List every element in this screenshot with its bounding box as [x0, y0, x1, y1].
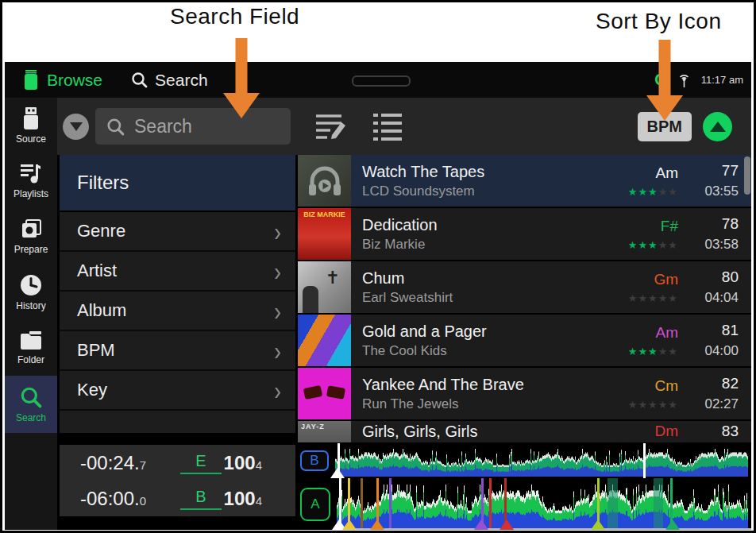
cue-marker-line	[361, 478, 363, 528]
star-icon: ★	[638, 186, 648, 198]
sidebar-item-search[interactable]: Search	[5, 376, 57, 433]
star-icon: ★	[648, 239, 658, 251]
cue-marker-triangle	[665, 519, 680, 530]
deck-b-overlay[interactable]	[335, 443, 751, 478]
track-title: Yankee And The Brave	[362, 376, 592, 394]
headphones-play-icon	[307, 165, 342, 197]
chevron-right-icon: ›	[274, 218, 281, 245]
deck-a-badge[interactable]: A	[300, 488, 330, 521]
track-list-scrollbar[interactable]	[744, 156, 750, 442]
star-icon: ★	[648, 292, 658, 304]
star-icon: ★	[658, 186, 669, 198]
track-duration: 02:27	[704, 396, 739, 412]
star-icon: ★	[638, 292, 648, 304]
filters-header[interactable]: Filters	[60, 155, 295, 212]
filter-key[interactable]: Key›	[60, 371, 295, 411]
cue-marker-triangle	[370, 519, 384, 530]
table-row[interactable]: JAY-Z Girls, Girls, Girls Dm 83	[298, 421, 751, 442]
deck-a-wave-row: A	[295, 478, 751, 530]
table-row[interactable]: BIZ MARKIE Dedication Biz Markie F# ★★★★…	[298, 208, 751, 260]
collapse-button[interactable]	[63, 114, 89, 140]
drag-handle-pill[interactable]	[352, 75, 411, 87]
deck-a-bpm: 1004	[224, 488, 262, 510]
track-duration: 03:55	[704, 183, 739, 199]
deck-a-key: B	[180, 488, 222, 510]
deck-b-badge[interactable]: B	[300, 450, 329, 471]
track-key: Am	[656, 324, 679, 342]
chevron-right-icon: ›	[274, 257, 281, 284]
scrollbar-handle[interactable]	[744, 156, 750, 195]
deck-a-overlay[interactable]	[337, 478, 751, 530]
table-row[interactable]: ✝ Chum Earl Sweatshirt Gm ★★★★★ 80 04:04	[298, 261, 751, 313]
sidebar-item-source[interactable]: Source	[5, 98, 57, 153]
collection-drive-icon	[22, 70, 40, 91]
table-row[interactable]: Gold and a Pager The Cool Kids Am ★★★★★ …	[298, 315, 751, 366]
cue-marker-triangle	[342, 519, 357, 530]
deck-b-key: E	[180, 452, 222, 474]
browse-label: Browse	[47, 71, 102, 90]
track-duration: 04:04	[704, 290, 739, 306]
load-up-button[interactable]	[703, 112, 732, 141]
star-icon: ★	[628, 239, 638, 251]
deck-a-time-remaining: -06:00.0	[80, 488, 146, 510]
track-bpm: 82	[722, 375, 739, 392]
list-view-icon[interactable]	[372, 111, 403, 141]
track-artist: The Cool Kids	[362, 343, 592, 359]
sidebar-item-playlists[interactable]: Playlists	[5, 153, 57, 209]
deck-b-bpm: 1004	[224, 452, 262, 474]
search-icon	[106, 118, 125, 136]
playhead-line	[643, 443, 646, 478]
star-icon: ★	[658, 346, 669, 357]
track-rating: ★★★★★	[628, 187, 678, 197]
table-row[interactable]: Yankee And The Brave Run The Jewels Cm ★…	[298, 368, 751, 419]
star-icon: ★	[628, 346, 638, 357]
track-bpm: 77	[722, 162, 739, 180]
playlist-edit-icon[interactable]	[314, 111, 348, 141]
deck-b-wave-row: B	[295, 443, 751, 478]
star-icon: ★	[638, 399, 648, 411]
star-icon: ★	[668, 292, 678, 304]
filter-album[interactable]: Album›	[60, 292, 295, 331]
track-key: Cm	[654, 377, 678, 395]
track-key: Gm	[654, 271, 678, 288]
track-artwork: ✝	[298, 261, 351, 313]
star-icon: ★	[638, 239, 648, 251]
track-artist: LCD Soundsystem	[362, 183, 592, 199]
cue-marker-triangle	[330, 468, 345, 478]
track-list: Watch The Tapes LCD Soundsystem Am ★★★★★…	[298, 155, 751, 443]
search-icon	[131, 71, 148, 88]
track-title: Dedication	[362, 216, 592, 234]
search-input[interactable]: Search	[95, 108, 291, 145]
table-row[interactable]: Watch The Tapes LCD Soundsystem Am ★★★★★…	[298, 155, 751, 207]
sidebar-item-prepare[interactable]: Prepare	[5, 209, 57, 265]
search-tab[interactable]: Search	[131, 71, 208, 90]
track-rating: ★★★★★	[628, 346, 678, 357]
sidebar-item-history[interactable]: History	[5, 265, 57, 320]
search-tab-label: Search	[155, 71, 208, 90]
star-icon: ★	[628, 292, 638, 304]
star-icon: ★	[628, 186, 638, 198]
star-icon: ★	[658, 399, 669, 411]
cue-marker-line	[489, 478, 492, 528]
top-status-bar: Browse Search Q 11:17 am	[5, 62, 751, 98]
track-bpm: 83	[722, 423, 739, 440]
filters-panel: Filters Genre› Artist› Album› BPM› Key›	[60, 155, 295, 433]
star-icon: ★	[638, 346, 648, 357]
filter-bpm[interactable]: BPM›	[60, 331, 295, 371]
search-icon	[19, 385, 43, 409]
sidebar-item-folder[interactable]: Folder	[5, 320, 57, 376]
track-artwork: BIZ MARKIE	[298, 208, 351, 260]
track-artwork: JAY-Z	[298, 421, 351, 442]
chevron-down-icon	[70, 122, 83, 131]
browse-tab[interactable]: Browse	[22, 70, 102, 91]
star-icon: ★	[648, 399, 658, 411]
cue-marker-triangle	[499, 519, 514, 530]
prepare-crates-icon	[20, 218, 42, 241]
track-rating: ★★★★★	[628, 293, 678, 303]
cross-art-detail: ✝	[326, 268, 340, 288]
track-title: Chum	[362, 269, 592, 288]
cue-marker-line	[389, 478, 392, 528]
track-bpm: 80	[722, 268, 739, 286]
filter-artist[interactable]: Artist›	[60, 252, 295, 292]
filter-genre[interactable]: Genre›	[60, 212, 295, 252]
